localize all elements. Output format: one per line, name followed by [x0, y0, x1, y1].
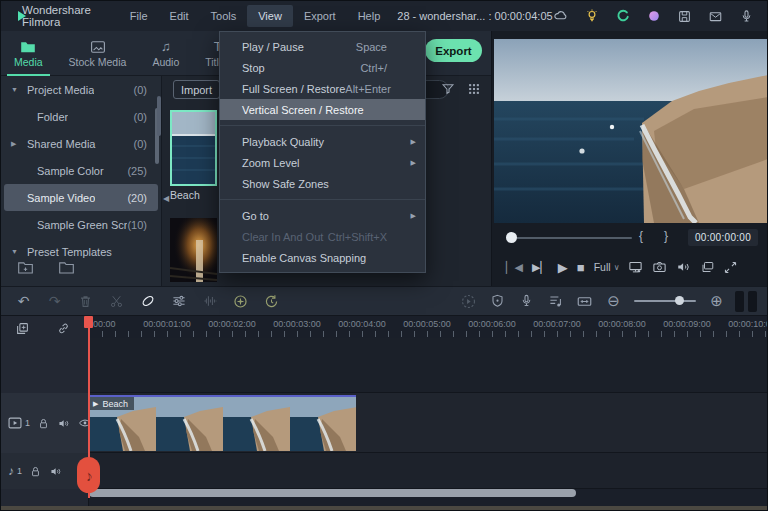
stop-button[interactable]: ■	[577, 260, 585, 275]
expander-icon[interactable]: ▼	[11, 86, 18, 93]
mute-track-icon[interactable]	[57, 417, 71, 430]
filter-icon[interactable]	[441, 82, 455, 96]
media-sidebar: ▼ Project Media (0) Folder (0) ▶ Shared …	[1, 76, 161, 286]
menu-export[interactable]: Export	[293, 5, 347, 27]
previous-frame-button[interactable]: ▏◀	[506, 261, 523, 274]
playhead-handle[interactable]	[84, 316, 93, 328]
collapse-panel-icon[interactable]: ◀	[163, 194, 169, 203]
zoom-out-icon[interactable]: ⊖	[605, 293, 622, 310]
menu-play-pause[interactable]: Play / PauseSpace	[220, 36, 425, 57]
seekbar-handle[interactable]	[506, 232, 517, 243]
menu-full-screen-restore[interactable]: Full Screen / RestoreAlt+Enter	[220, 78, 425, 99]
menu-vertical-screen-restore[interactable]: Vertical Screen / Restore	[220, 99, 425, 120]
media-item-beach[interactable]: Beach	[170, 110, 217, 201]
zoom-slider-handle[interactable]	[675, 296, 684, 305]
tab-audio[interactable]: ♫ Audio	[139, 31, 192, 76]
expander-icon[interactable]: ▼	[11, 248, 18, 255]
preview-seekbar[interactable]	[514, 237, 632, 239]
cloud-icon[interactable]	[553, 8, 569, 24]
save-icon[interactable]	[677, 8, 693, 24]
play-button[interactable]: ▶	[558, 260, 568, 275]
crop-clip-icon[interactable]	[139, 293, 156, 310]
sidebar-item-sample-green-screen[interactable]: Sample Green Scre... (10)	[1, 211, 161, 238]
menu-file[interactable]: File	[119, 5, 159, 27]
lock-icon[interactable]	[29, 465, 42, 478]
timeline: 1 ♪ 1	[1, 316, 768, 506]
tab-media[interactable]: Media	[1, 31, 56, 76]
display-device-icon[interactable]	[628, 260, 643, 274]
app-name: Wondershare Filmora	[22, 4, 91, 28]
timeline-clip-beach[interactable]: ▶ Beach	[89, 395, 356, 451]
voiceover-mic-icon[interactable]	[739, 8, 755, 24]
menu-separator	[220, 199, 425, 200]
view-menu-dropdown: Play / PauseSpace StopCtrl+/ Full Screen…	[219, 31, 426, 273]
menu-view[interactable]: View	[247, 5, 293, 27]
track-header-column: 1 ♪ 1	[1, 316, 89, 506]
motion-tracking-icon[interactable]	[232, 293, 249, 310]
new-folder-icon[interactable]	[17, 260, 34, 282]
next-frame-button[interactable]: ▶▏	[532, 261, 549, 274]
import-button[interactable]: Import	[173, 80, 220, 99]
timeline-horizontal-scrollbar[interactable]	[89, 489, 576, 497]
menu-help[interactable]: Help	[347, 5, 392, 27]
delete-icon[interactable]	[77, 293, 94, 310]
ruler-label: 00:00:01:00	[143, 319, 191, 329]
snapshot-camera-icon[interactable]	[652, 260, 667, 274]
menu-show-safe-zones[interactable]: Show Safe Zones	[220, 173, 425, 194]
timeline-zoom-slider[interactable]	[634, 300, 696, 302]
quality-dropdown[interactable]: Full ∨	[594, 261, 620, 273]
audio-stretch-icon[interactable]	[547, 293, 564, 310]
menu-tools[interactable]: Tools	[200, 5, 248, 27]
menu-go-to[interactable]: Go to▶	[220, 205, 425, 226]
redo-icon[interactable]: ↷	[46, 293, 63, 310]
tab-stock-media[interactable]: Stock Media	[56, 31, 140, 76]
menu-zoom-level[interactable]: Zoom Level▶	[220, 152, 425, 173]
lightbulb-icon[interactable]	[584, 8, 600, 24]
fit-timeline-icon[interactable]	[576, 293, 593, 310]
audio-mixer-icon[interactable]	[201, 293, 218, 310]
menu-playback-quality[interactable]: Playback Quality▶	[220, 131, 425, 152]
split-scissors-icon[interactable]	[108, 293, 125, 310]
undo-icon[interactable]: ↶	[15, 293, 32, 310]
panel-layout-bars[interactable]	[735, 291, 757, 312]
timeline-empty-lane[interactable]	[89, 338, 768, 393]
sidebar-item-folder[interactable]: Folder (0)	[1, 103, 161, 130]
sidebar-item-shared-media[interactable]: ▶ Shared Media (0)	[1, 130, 161, 157]
lock-icon[interactable]	[37, 417, 50, 430]
expander-icon[interactable]: ▶	[11, 140, 16, 148]
sidebar-item-project-media[interactable]: ▼ Project Media (0)	[1, 76, 161, 103]
zoom-in-icon[interactable]: ⊕	[708, 293, 725, 310]
speed-ramping-icon[interactable]	[263, 293, 280, 310]
copy-to-icon[interactable]	[700, 260, 715, 274]
chevron-down-icon: ∨	[614, 263, 620, 272]
delete-folder-icon[interactable]	[58, 260, 75, 282]
screen-record-icon[interactable]	[615, 8, 631, 24]
sidebar-item-sample-color[interactable]: Sample Color (25)	[1, 157, 161, 184]
feedback-mail-icon[interactable]	[708, 8, 724, 24]
playhead-marker-badge[interactable]: ♪	[77, 457, 100, 493]
preview-timecode: 00:00:00:00	[688, 229, 758, 246]
mark-in-button[interactable]: {	[639, 229, 643, 243]
menu-enable-canvas-snapping[interactable]: Enable Canvas Snapping	[220, 247, 425, 268]
media-scrollbar[interactable]	[157, 96, 161, 136]
adjust-sliders-icon[interactable]	[170, 293, 187, 310]
mute-track-icon[interactable]	[49, 465, 63, 478]
fullscreen-icon[interactable]	[724, 261, 737, 274]
mask-shield-icon[interactable]	[489, 293, 506, 310]
audio-track-lane[interactable]	[89, 453, 768, 489]
manage-tracks-icon[interactable]	[15, 321, 30, 336]
media-item-2[interactable]	[170, 218, 217, 282]
record-voiceover-icon[interactable]	[518, 293, 535, 310]
export-button[interactable]: Export	[425, 39, 482, 62]
ruler-ticks	[89, 331, 768, 337]
link-clips-icon[interactable]	[56, 321, 71, 336]
menu-stop[interactable]: StopCtrl+/	[220, 57, 425, 78]
mark-out-button[interactable]: }	[664, 229, 668, 243]
grid-view-icon[interactable]	[467, 82, 481, 96]
timeline-ruler[interactable]: 00:00 00:00:01:00 00:00:02:00 00:00:03:0…	[89, 316, 768, 338]
menu-edit[interactable]: Edit	[159, 5, 200, 27]
account-icon[interactable]	[646, 8, 662, 24]
mute-speaker-icon[interactable]	[676, 260, 691, 274]
render-preview-icon[interactable]	[460, 293, 477, 310]
sidebar-item-sample-video[interactable]: Sample Video (20)	[4, 184, 158, 211]
